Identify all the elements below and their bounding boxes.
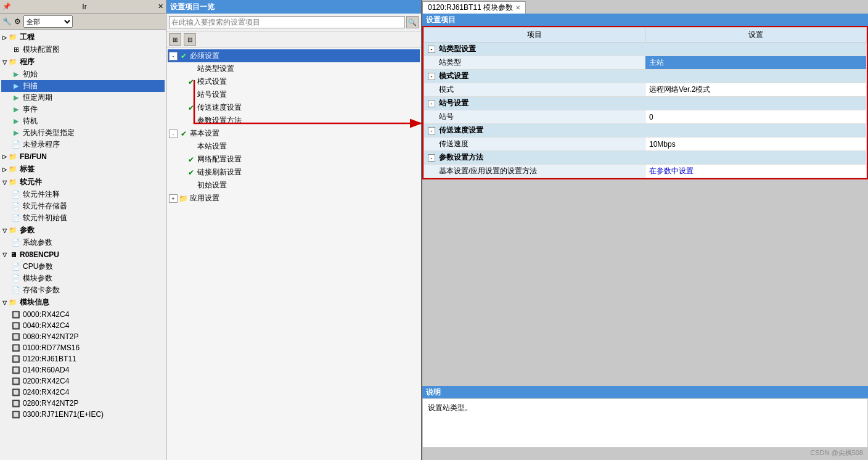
sidebar-item-模块配置图[interactable]: ⊞ 模块配置图 xyxy=(1,44,165,55)
sidebar-item-参数[interactable]: ▽ 📁 参数 xyxy=(1,224,165,237)
sidebar-item-初始[interactable]: ▶ 初始 xyxy=(1,68,165,80)
tree-item-network-config[interactable]: ✔ 网络配置设置 xyxy=(168,153,420,166)
tab-module-params[interactable]: 0120:RJ61BT11 模块参数 ✕ xyxy=(422,1,526,14)
tree-item-label-mode: 模式设置 xyxy=(197,76,227,87)
row-station-no[interactable]: 站号 0 xyxy=(424,110,867,124)
sidebar-item-标签[interactable]: ▷ 📁 标签 xyxy=(1,163,165,176)
sidebar-item-恒定周期[interactable]: ▶ 恒定周期 xyxy=(1,92,165,104)
expand-app-settings[interactable]: + xyxy=(169,194,178,203)
sidebar-item-未登录程序[interactable]: 📄 未登录程序 xyxy=(1,139,165,150)
tree-item-label-required-settings: 必须设置 xyxy=(190,51,219,61)
tree-item-station-type-settings[interactable]: 站类型设置 xyxy=(168,62,420,75)
section-mode: - 模式设置 xyxy=(424,70,867,83)
collapse-baud-rate[interactable]: - xyxy=(428,127,435,134)
expand-all-button[interactable]: ⊞ xyxy=(169,33,181,46)
sidebar-item-待机[interactable]: ▶ 待机 xyxy=(1,115,165,127)
sidebar-item-0040:RX42C4[interactable]: 🔲 0040:RX42C4 xyxy=(1,320,165,331)
right-panel: 0120:RJ61BT11 模块参数 ✕ 设置项目 项目 设置 - 站类型设置 xyxy=(422,0,868,460)
label-station-type: 站类型 xyxy=(424,56,645,70)
tree-item-initial-settings2[interactable]: 初始设置 xyxy=(168,179,420,192)
collapse-station-no[interactable]: - xyxy=(428,100,435,107)
description-panel: 说明 设置站类型。 xyxy=(422,386,868,460)
middle-panel-header: 设置项目一览 xyxy=(166,0,421,14)
tab-bar: 0120:RJ61BT11 模块参数 ✕ xyxy=(422,0,868,14)
sidebar-item-软元件[interactable]: ▽ 📁 软元件 xyxy=(1,176,165,189)
toolbar-icon1: 🔧 xyxy=(2,17,12,26)
sidebar-item-0240:RX42C4[interactable]: 🔲 0240:RX42C4 xyxy=(1,387,165,398)
sidebar-item-0280:RY42NT2P[interactable]: 🔲 0280:RY42NT2P xyxy=(1,398,165,409)
panel-pin-icon: 📌 xyxy=(2,2,11,10)
collapse-all-button[interactable]: ⊟ xyxy=(184,33,196,46)
value-mode: 远程网络Ver.2模式 xyxy=(645,83,867,97)
tree-item-label-basic-settings: 基本设置 xyxy=(190,128,219,139)
tree-item-label-station-type: 站类型设置 xyxy=(197,64,234,74)
expand-basic-settings[interactable]: - xyxy=(169,129,178,138)
tree-item-local-station[interactable]: 本站设置 xyxy=(168,140,420,153)
label-station-no: 站号 xyxy=(424,110,645,124)
row-mode[interactable]: 模式 远程网络Ver.2模式 xyxy=(424,83,867,97)
search-button[interactable]: 🔍 xyxy=(406,16,419,28)
expand-required-settings[interactable]: - xyxy=(169,52,178,60)
tab-close-icon[interactable]: ✕ xyxy=(515,4,520,11)
sidebar-item-系统参数[interactable]: 📄 系统参数 xyxy=(1,237,165,248)
row-station-type[interactable]: 站类型 主站 xyxy=(424,56,867,70)
tree-item-link-refresh[interactable]: ✔ 链接刷新设置 xyxy=(168,166,420,179)
tree-item-mode-settings[interactable]: ✔ 模式设置 xyxy=(168,75,420,88)
sidebar-item-工程[interactable]: ▷ 📁 工程 xyxy=(1,31,165,44)
value-station-type[interactable]: 主站 xyxy=(645,56,867,70)
sidebar-item-软元件注释[interactable]: 📄 软元件注释 xyxy=(1,189,165,200)
section-station-no: - 站号设置 xyxy=(424,97,867,110)
section-label-station-no: 站号设置 xyxy=(439,99,469,107)
sidebar-item-事件[interactable]: ▶ 事件 xyxy=(1,104,165,115)
sidebar-item-无执行类型指定[interactable]: ▶ 无执行类型指定 xyxy=(1,127,165,139)
panel-close-icon[interactable]: ✕ xyxy=(158,2,163,10)
sidebar-item-R08ENCPU[interactable]: ▽ 🖥 R08ENCPU xyxy=(1,248,165,261)
check-link-refresh: ✔ xyxy=(186,168,196,178)
tree-item-required-settings[interactable]: - ✔ 必须设置 xyxy=(168,49,420,62)
tree-item-app-settings[interactable]: + 📁 应用设置 xyxy=(168,192,420,205)
sidebar-item-存储卡参数[interactable]: 📄 存储卡参数 xyxy=(1,284,165,296)
search-input[interactable] xyxy=(169,16,405,28)
sidebar-item-0100:RD77MS16[interactable]: 🔲 0100:RD77MS16 xyxy=(1,342,165,353)
sidebar-item-程序[interactable]: ▽ 📁 程序 xyxy=(1,55,165,68)
tree-item-station-no[interactable]: 站号设置 xyxy=(168,88,420,101)
sidebar-item-CPU参数[interactable]: 📄 CPU参数 xyxy=(1,261,165,273)
sidebar-item-0140:R60AD4[interactable]: 🔲 0140:R60AD4 xyxy=(1,364,165,376)
panel-header-label: Ir xyxy=(82,2,86,11)
settings-table: 项目 设置 - 站类型设置 站类型 主站 xyxy=(424,27,867,178)
row-baud-rate[interactable]: 传送速度 10Mbps xyxy=(424,138,867,151)
section-label-param-method: 参数设置方法 xyxy=(439,153,483,162)
middle-tree: - ✔ 必须设置 站类型设置 ✔ 模式设置 站号设置 ✔ 传送速度设置 参数设置 xyxy=(166,48,421,460)
label-baud-rate: 传送速度 xyxy=(424,138,645,151)
value-param-method[interactable]: 在参数中设置 xyxy=(645,165,867,178)
sidebar-item-0120:RJ61BT11[interactable]: 🔲 0120:RJ61BT11 xyxy=(1,353,165,364)
tree-item-baud-settings[interactable]: ✔ 传送速度设置 xyxy=(168,101,420,114)
sidebar-item-0300:RJ71EN71[interactable]: 🔲 0300:RJ71EN71(E+IEC) xyxy=(1,409,165,420)
sidebar-item-软元件初始值[interactable]: 📄 软元件初始值 xyxy=(1,212,165,224)
value-baud-rate: 10Mbps xyxy=(645,138,867,151)
sidebar-item-模块参数[interactable]: 📄 模块参数 xyxy=(1,273,165,284)
collapse-station-type[interactable]: - xyxy=(428,46,435,53)
filter-select[interactable]: 全部 xyxy=(23,15,73,28)
collapse-param-method[interactable]: - xyxy=(428,154,435,162)
sidebar-item-0200:RX42C4[interactable]: 🔲 0200:RX42C4 xyxy=(1,376,165,387)
collapse-mode[interactable]: - xyxy=(428,73,435,80)
sidebar-item-FB/FUN[interactable]: ▷ 📁 FB/FUN xyxy=(1,150,165,163)
section-baud-rate: - 传送速度设置 xyxy=(424,124,867,138)
section-param-method: - 参数设置方法 xyxy=(424,151,867,165)
col-header-item: 项目 xyxy=(424,28,645,43)
tree-item-label-app-settings: 应用设置 xyxy=(190,193,219,203)
middle-search-bar: 🔍 xyxy=(166,14,421,31)
tree-item-label-param-method: 参数设置方法 xyxy=(197,115,242,126)
tree-item-basic-settings[interactable]: - ✔ 基本设置 xyxy=(168,127,420,140)
value-station-no: 0 xyxy=(645,110,867,124)
sidebar-item-0000:RX42C4[interactable]: 🔲 0000:RX42C4 xyxy=(1,309,165,320)
check-network-config: ✔ xyxy=(186,155,196,165)
sidebar-item-模块信息[interactable]: ▽ 📁 模块信息 xyxy=(1,296,165,309)
tree-item-param-method[interactable]: 参数设置方法 xyxy=(168,114,420,127)
row-param-method[interactable]: 基本设置/应用设置的设置方法 在参数中设置 xyxy=(424,165,867,178)
sidebar-item-0080:RY42NT2P[interactable]: 🔲 0080:RY42NT2P xyxy=(1,331,165,342)
settings-header: 设置项目 xyxy=(422,14,868,26)
sidebar-item-软元件存储器[interactable]: 📄 软元件存储器 xyxy=(1,200,165,212)
sidebar-item-扫描[interactable]: ▶ 扫描 xyxy=(1,80,165,92)
